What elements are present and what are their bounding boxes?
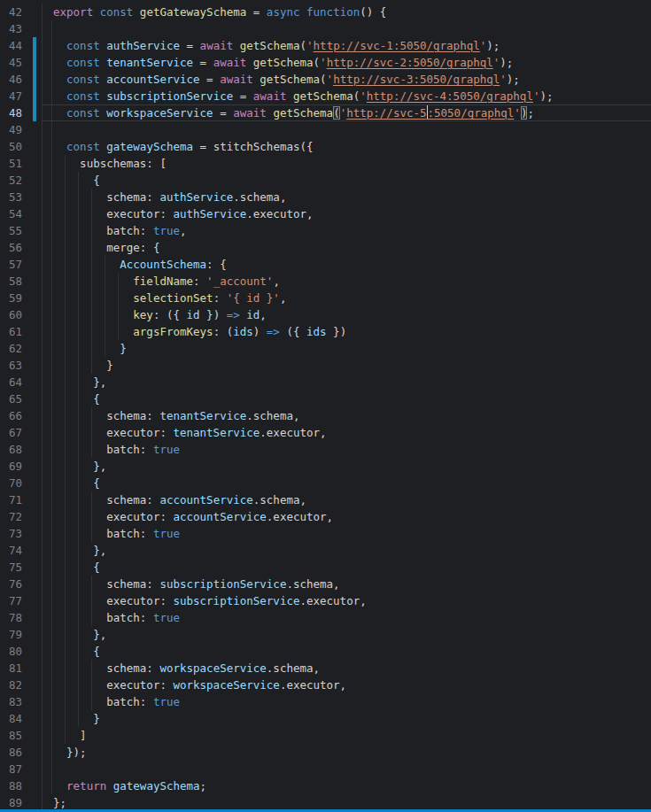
gutter-cell[interactable]: 52 [0,172,43,189]
line-number[interactable]: 70 [9,475,22,491]
editor-lines[interactable]: 42export const getGatewaySchema = async … [0,0,651,811]
code-line[interactable]: 77 executor: subscriptionService.executo… [0,592,651,609]
line-number[interactable]: 64 [9,374,22,391]
gutter-cell[interactable]: 49 [0,121,43,138]
code-line[interactable]: 76 schema: subscriptionService.schema, [0,576,651,592]
code-text[interactable] [43,121,651,138]
gutter-cell[interactable]: 64 [0,374,43,391]
code-line[interactable]: 69 }, [0,458,651,475]
gutter-cell[interactable]: 66 [0,407,43,424]
code-line[interactable]: 82 executor: workspaceService.executor, [0,677,651,693]
gutter-cell[interactable]: 79 [0,626,43,643]
code-line[interactable]: 59 selectionSet: '{ id }', [0,290,651,306]
gutter-cell[interactable]: 55 [0,222,43,239]
code-text[interactable]: { [43,391,651,407]
code-line[interactable]: 47 const subscriptionService = await get… [0,88,651,104]
line-number[interactable]: 49 [9,121,22,138]
code-editor[interactable]: 42export const getGatewaySchema = async … [0,0,651,812]
code-text[interactable]: batch: true [43,441,651,458]
gutter-cell[interactable]: 47 [0,88,43,104]
line-number[interactable]: 42 [9,4,22,20]
line-number[interactable]: 83 [9,693,22,710]
code-text[interactable]: const gatewaySchema = stitchSchemas({ [43,138,651,155]
gutter-cell[interactable]: 74 [0,542,43,559]
line-number[interactable]: 81 [9,660,22,677]
code-text[interactable]: merge: { [43,239,651,256]
gutter-cell[interactable]: 43 [0,20,43,37]
gutter-cell[interactable]: 59 [0,290,43,306]
gutter-cell[interactable]: 60 [0,306,43,323]
code-line[interactable]: 57 AccountSchema: { [0,256,651,273]
code-line[interactable]: 86 }); [0,744,651,761]
code-line[interactable]: 56 merge: { [0,239,651,256]
code-text[interactable]: executor: workspaceService.executor, [43,677,651,693]
line-number[interactable]: 80 [9,643,22,660]
code-text[interactable]: { [43,643,651,660]
gutter-cell[interactable]: 61 [0,323,43,340]
line-number[interactable]: 51 [9,155,22,172]
code-text[interactable]: { [43,559,651,576]
line-number[interactable]: 69 [9,458,22,475]
code-line[interactable]: 80 { [0,643,651,660]
code-text[interactable]: { [43,172,651,189]
gutter-cell[interactable]: 82 [0,677,43,693]
gutter-cell[interactable]: 70 [0,475,43,491]
line-number[interactable]: 55 [9,222,22,239]
line-number[interactable]: 76 [9,576,22,592]
code-text[interactable]: }, [43,374,651,391]
code-text[interactable]: schema: subscriptionService.schema, [43,576,651,592]
code-line[interactable]: 68 batch: true [0,441,651,458]
gutter-cell[interactable]: 56 [0,239,43,256]
code-text[interactable]: AccountSchema: { [43,256,651,273]
code-line[interactable]: 44 const authService = await getSchema('… [0,37,651,54]
code-line[interactable]: 42export const getGatewaySchema = async … [0,4,651,20]
code-text[interactable]: schema: accountService.schema, [43,491,651,508]
gutter-cell[interactable]: 73 [0,525,43,542]
code-text[interactable]: schema: workspaceService.schema, [43,660,651,677]
line-number[interactable]: 56 [9,239,22,256]
code-line[interactable]: 79 }, [0,626,651,643]
gutter-cell[interactable]: 86 [0,744,43,761]
code-line[interactable]: 65 { [0,391,651,407]
line-number[interactable]: 85 [9,727,22,744]
code-text[interactable]: executor: authService.executor, [43,205,651,222]
code-text[interactable]: return gatewaySchema; [43,777,651,794]
gutter-cell[interactable]: 63 [0,357,43,374]
line-number[interactable]: 87 [9,761,22,777]
code-text[interactable]: } [43,710,651,727]
code-text[interactable]: key: ({ id }) => id, [43,306,651,323]
code-line[interactable]: 67 executor: tenantService.executor, [0,424,651,441]
code-text[interactable]: executor: tenantService.executor, [43,424,651,441]
code-line[interactable]: 64 }, [0,374,651,391]
code-line[interactable]: 83 batch: true [0,693,651,710]
code-text[interactable]: schema: tenantService.schema, [43,407,651,424]
line-number[interactable]: 43 [9,20,22,37]
gutter-cell[interactable]: 45 [0,54,43,71]
code-text[interactable]: executor: subscriptionService.executor, [43,592,651,609]
code-line[interactable]: 88 return gatewaySchema; [0,777,651,794]
code-text[interactable]: } [43,340,651,357]
code-line[interactable]: 45 const tenantService = await getSchema… [0,54,651,71]
code-text[interactable]: }, [43,542,651,559]
code-line[interactable]: 58 fieldName: '_account', [0,273,651,290]
gutter-cell[interactable]: 42 [0,4,43,20]
gutter-cell[interactable]: 48 [0,104,43,121]
line-number[interactable]: 54 [9,205,22,222]
code-line[interactable]: 85 ] [0,727,651,744]
code-text[interactable]: ] [43,727,651,744]
gutter-cell[interactable]: 53 [0,189,43,205]
gutter-cell[interactable]: 69 [0,458,43,475]
gutter-cell[interactable]: 84 [0,710,43,727]
code-line[interactable]: 87 [0,761,651,777]
line-number[interactable]: 59 [9,290,22,306]
line-number[interactable]: 86 [9,744,22,761]
line-number[interactable]: 88 [9,777,22,794]
gutter-cell[interactable]: 67 [0,424,43,441]
code-text[interactable]: selectionSet: '{ id }', [43,290,651,306]
code-line[interactable]: 71 schema: accountService.schema, [0,491,651,508]
line-number[interactable]: 47 [9,88,22,104]
code-text[interactable]: const workspaceService = await getSchema… [43,104,651,121]
gutter-cell[interactable]: 75 [0,559,43,576]
code-text[interactable]: }, [43,626,651,643]
line-number[interactable]: 84 [9,710,22,727]
